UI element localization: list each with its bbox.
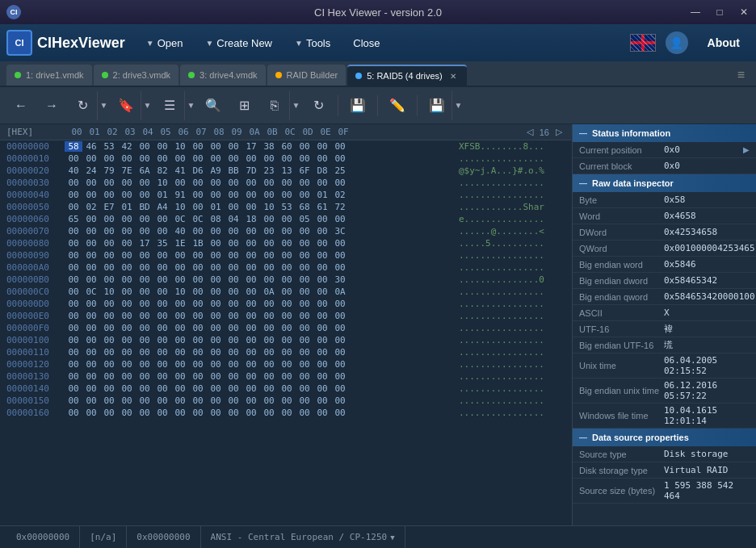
hex-byte[interactable]: 00 [313,299,331,309]
hex-byte[interactable]: 00 [171,359,189,370]
hex-byte[interactable]: 00 [278,250,296,261]
hex-byte[interactable]: 00 [331,335,349,345]
hex-byte[interactable]: 00 [118,214,136,224]
hex-byte[interactable]: 00 [225,311,242,321]
hex-byte[interactable]: 40 [171,226,189,236]
hex-byte[interactable]: 00 [153,323,171,333]
user-icon[interactable]: 👤 [666,31,688,54]
history-button[interactable]: ↻ [68,91,97,120]
hex-byte[interactable]: 00 [313,274,331,285]
hex-byte[interactable]: 00 [136,287,153,297]
hex-byte[interactable]: 00 [136,395,153,406]
hex-byte[interactable]: 00 [296,323,313,333]
hex-byte[interactable]: 00 [82,408,100,418]
hex-byte[interactable]: 00 [65,371,82,382]
hex-byte[interactable]: 00 [82,178,100,188]
hex-byte[interactable]: 00 [153,274,171,285]
hex-byte[interactable]: 00 [278,347,296,358]
hex-byte[interactable]: 00 [189,383,207,394]
hex-byte[interactable]: 00 [136,408,153,418]
tabs-menu-button[interactable]: ≡ [733,65,750,86]
hex-byte[interactable]: 00 [242,311,260,321]
hex-byte[interactable]: 00 [313,347,331,358]
hex-byte[interactable]: 00 [100,299,118,309]
disk-button[interactable]: 💾 [343,91,372,120]
hex-byte[interactable]: 00 [189,262,207,273]
hex-byte[interactable]: 00 [260,371,278,382]
refresh-button[interactable]: ↻ [304,91,333,120]
hex-byte[interactable]: E7 [100,202,118,212]
hex-byte[interactable]: 00 [82,371,100,382]
hex-byte[interactable]: 00 [118,383,136,394]
hex-byte[interactable]: 00 [313,238,331,249]
hex-byte[interactable]: 00 [242,287,260,297]
hex-byte[interactable]: 00 [100,347,118,358]
hex-byte[interactable]: 00 [225,226,242,236]
hex-byte[interactable]: 00 [296,335,313,345]
hex-byte[interactable]: 00 [136,178,153,188]
hex-byte[interactable]: 00 [100,408,118,418]
hex-byte[interactable]: 00 [207,335,225,345]
hex-byte[interactable]: 7D [242,165,260,176]
hex-byte[interactable]: 00 [100,262,118,273]
hex-byte[interactable]: 00 [278,299,296,309]
hex-byte[interactable]: 00 [207,250,225,261]
hex-byte[interactable]: 00 [65,311,82,321]
hex-byte[interactable]: 24 [82,165,100,176]
hex-byte[interactable]: 3C [331,226,349,236]
hex-byte[interactable]: 00 [171,178,189,188]
hex-byte[interactable]: 00 [82,226,100,236]
hex-byte[interactable]: 00 [118,274,136,285]
hex-byte[interactable]: 00 [65,250,82,261]
hex-byte[interactable]: 00 [65,299,82,309]
hex-byte[interactable]: 00 [296,347,313,358]
hex-byte[interactable]: 00 [100,214,118,224]
hex-byte[interactable]: 00 [242,383,260,394]
hex-byte[interactable]: 00 [331,178,349,188]
hex-byte[interactable]: 00 [225,287,242,297]
hex-byte[interactable]: 00 [278,226,296,236]
hex-byte[interactable]: 00 [225,371,242,382]
hex-byte[interactable]: 17 [136,238,153,249]
hex-byte[interactable]: 00 [82,299,100,309]
hex-byte[interactable]: 00 [153,250,171,261]
hex-byte[interactable]: 00 [118,408,136,418]
hex-byte[interactable]: 00 [260,383,278,394]
hex-byte[interactable]: 00 [153,359,171,370]
hex-byte[interactable]: BB [225,165,242,176]
hex-byte[interactable]: 00 [242,274,260,285]
hex-byte[interactable]: 00 [242,238,260,249]
hex-byte[interactable]: 00 [207,178,225,188]
hex-byte[interactable]: 00 [118,226,136,236]
hex-byte[interactable]: 00 [296,383,313,394]
menu-create-new[interactable]: ▼ Create New [195,32,282,54]
minimize-button[interactable]: — [683,0,708,24]
hex-byte[interactable]: 00 [313,178,331,188]
tab-2[interactable]: 2: drive3.vmdk [94,65,179,86]
hex-byte[interactable]: 01 [153,190,171,200]
hex-byte[interactable]: 53 [100,141,118,152]
hex-nav-next[interactable]: ▷ [552,127,565,137]
hex-byte[interactable]: 00 [278,287,296,297]
hex-byte[interactable]: 00 [171,250,189,261]
hex-byte[interactable]: 00 [65,287,82,297]
hex-byte[interactable]: 00 [171,153,189,164]
hex-byte[interactable]: 01 [118,202,136,212]
hex-byte[interactable]: 00 [65,323,82,333]
hex-byte[interactable]: 00 [171,371,189,382]
tab-4[interactable]: RAID Builder [267,65,346,86]
hex-byte[interactable]: 00 [65,238,82,249]
hex-byte[interactable]: 10 [171,287,189,297]
hex-byte[interactable]: 00 [278,214,296,224]
hex-byte[interactable]: 00 [313,335,331,345]
hex-byte[interactable]: 00 [260,299,278,309]
hex-byte[interactable]: 00 [100,238,118,249]
hex-byte[interactable]: 00 [136,226,153,236]
hex-byte[interactable]: 0C [189,214,207,224]
language-flag[interactable] [630,34,656,52]
hex-byte[interactable]: 00 [207,395,225,406]
hex-byte[interactable]: 00 [207,347,225,358]
hex-byte[interactable]: 00 [296,250,313,261]
hex-byte[interactable]: 00 [331,408,349,418]
hex-byte[interactable]: 00 [118,287,136,297]
